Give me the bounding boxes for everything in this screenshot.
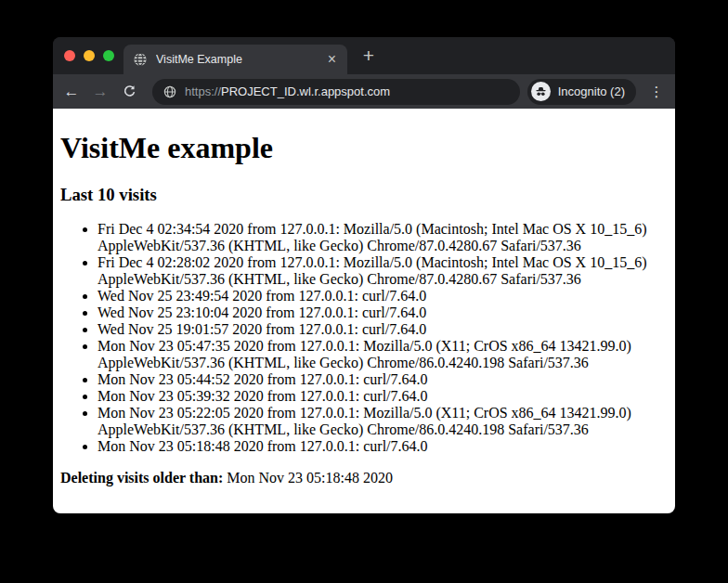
deletion-note-label: Deleting visits older than: bbox=[60, 470, 223, 486]
forward-button[interactable]: → bbox=[89, 81, 111, 103]
zoom-window-button[interactable] bbox=[103, 50, 114, 61]
visit-list-item: Mon Nov 23 05:44:52 2020 from 127.0.0.1:… bbox=[98, 371, 668, 388]
incognito-icon bbox=[531, 82, 551, 101]
visit-list-item: Wed Nov 25 23:10:04 2020 from 127.0.0.1:… bbox=[98, 304, 668, 321]
visit-list-item: Fri Dec 4 02:34:54 2020 from 127.0.0.1: … bbox=[98, 221, 668, 254]
globe-icon bbox=[133, 52, 148, 67]
visit-list: Fri Dec 4 02:34:54 2020 from 127.0.0.1: … bbox=[60, 221, 668, 455]
visit-list-item: Mon Nov 23 05:18:48 2020 from 127.0.0.1:… bbox=[98, 438, 668, 455]
url-scheme: https:// bbox=[185, 84, 221, 98]
desktop-background: VisitMe Example × + ← → bbox=[0, 0, 728, 583]
visit-list-item: Mon Nov 23 05:39:32 2020 from 127.0.0.1:… bbox=[98, 388, 668, 405]
visit-list-item: Wed Nov 25 23:49:54 2020 from 127.0.0.1:… bbox=[98, 288, 668, 304]
tab-visitme-example[interactable]: VisitMe Example × bbox=[124, 45, 347, 74]
browser-toolbar: ← → https://PROJECT_ID.wl.r.appspot.com bbox=[53, 74, 675, 109]
window-controls bbox=[64, 37, 114, 74]
browser-window: VisitMe Example × + ← → bbox=[53, 37, 675, 513]
back-button[interactable]: ← bbox=[60, 81, 83, 103]
tab-strip: VisitMe Example × + bbox=[53, 37, 675, 74]
visit-list-item: Mon Nov 23 05:22:05 2020 from 127.0.0.1:… bbox=[98, 405, 668, 438]
reload-button[interactable] bbox=[118, 81, 140, 103]
deletion-note-value: Mon Nov 23 05:18:48 2020 bbox=[227, 470, 393, 486]
url-host: PROJECT_ID.wl.r.appspot.com bbox=[221, 84, 390, 98]
reload-icon bbox=[123, 84, 136, 98]
deletion-note: Deleting visits older than: Mon Nov 23 0… bbox=[60, 470, 668, 486]
page-title: VisitMe example bbox=[60, 131, 668, 165]
new-tab-button[interactable]: + bbox=[357, 44, 381, 68]
page-content: VisitMe example Last 10 visits Fri Dec 4… bbox=[53, 109, 675, 513]
close-tab-icon[interactable]: × bbox=[326, 52, 338, 67]
close-window-button[interactable] bbox=[64, 50, 75, 61]
tab-title: VisitMe Example bbox=[156, 53, 326, 66]
section-heading: Last 10 visits bbox=[60, 185, 668, 205]
minimize-window-button[interactable] bbox=[84, 50, 95, 61]
incognito-badge: Incognito (2) bbox=[527, 79, 636, 105]
address-bar[interactable]: https://PROJECT_ID.wl.r.appspot.com bbox=[152, 79, 520, 105]
kebab-menu-icon[interactable]: ⋮ bbox=[647, 84, 666, 100]
site-globe-icon bbox=[163, 85, 176, 98]
visit-list-item: Fri Dec 4 02:28:02 2020 from 127.0.0.1: … bbox=[98, 254, 668, 288]
visit-list-item: Mon Nov 23 05:47:35 2020 from 127.0.0.1:… bbox=[98, 338, 668, 371]
visit-list-item: Wed Nov 25 19:01:57 2020 from 127.0.0.1:… bbox=[98, 321, 668, 338]
incognito-label: Incognito (2) bbox=[558, 84, 625, 98]
